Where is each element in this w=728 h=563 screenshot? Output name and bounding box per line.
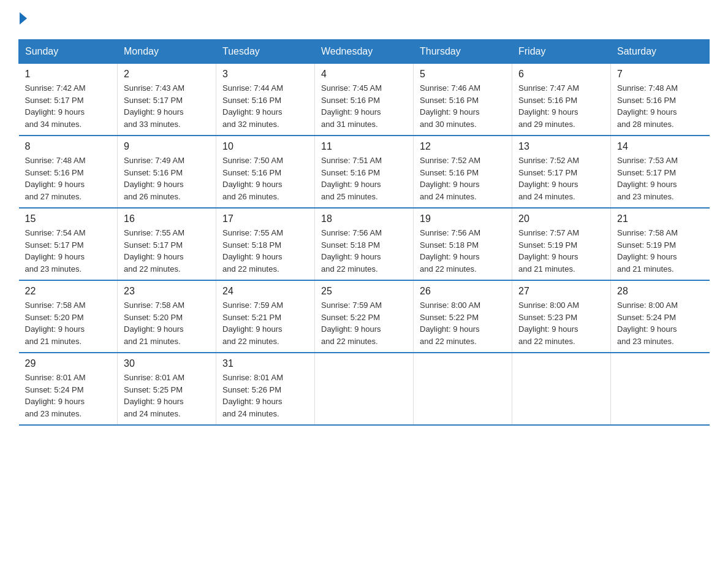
calendar-cell: 24Sunrise: 7:59 AMSunset: 5:21 PMDayligh… — [216, 280, 315, 353]
calendar-cell: 8Sunrise: 7:48 AMSunset: 5:16 PMDaylight… — [19, 136, 118, 208]
logo-blue-container — [18, 12, 27, 27]
calendar-cell: 2Sunrise: 7:43 AMSunset: 5:17 PMDaylight… — [118, 64, 216, 136]
logo — [18, 12, 27, 27]
day-number: 10 — [222, 141, 308, 152]
day-info: Sunrise: 7:57 AMSunset: 5:19 PMDaylight:… — [518, 227, 604, 275]
day-number: 23 — [124, 286, 210, 297]
day-info: Sunrise: 7:47 AMSunset: 5:16 PMDaylight:… — [518, 82, 604, 130]
calendar-cell: 14Sunrise: 7:53 AMSunset: 5:17 PMDayligh… — [611, 136, 710, 208]
header-friday: Friday — [512, 40, 611, 64]
day-number: 5 — [420, 69, 506, 80]
day-info: Sunrise: 7:59 AMSunset: 5:21 PMDaylight:… — [222, 299, 308, 347]
calendar-cell: 28Sunrise: 8:00 AMSunset: 5:24 PMDayligh… — [611, 280, 710, 353]
day-info: Sunrise: 7:48 AMSunset: 5:16 PMDaylight:… — [25, 155, 112, 202]
day-number: 28 — [617, 286, 703, 297]
day-number: 17 — [222, 213, 308, 224]
header-sunday: Sunday — [19, 40, 118, 64]
day-info: Sunrise: 7:58 AMSunset: 5:19 PMDaylight:… — [617, 227, 703, 275]
day-number: 1 — [25, 69, 112, 80]
calendar-cell: 1Sunrise: 7:42 AMSunset: 5:17 PMDaylight… — [19, 64, 118, 136]
week-row-2: 8Sunrise: 7:48 AMSunset: 5:16 PMDaylight… — [19, 136, 710, 208]
calendar-cell: 7Sunrise: 7:48 AMSunset: 5:16 PMDaylight… — [611, 64, 710, 136]
page-header — [18, 12, 710, 27]
day-number: 16 — [124, 213, 210, 224]
calendar-cell: 30Sunrise: 8:01 AMSunset: 5:25 PMDayligh… — [118, 353, 216, 425]
day-number: 22 — [25, 286, 112, 297]
day-info: Sunrise: 7:58 AMSunset: 5:20 PMDaylight:… — [124, 299, 210, 347]
day-info: Sunrise: 8:00 AMSunset: 5:23 PMDaylight:… — [518, 299, 604, 347]
calendar-cell — [315, 353, 414, 425]
header-wednesday: Wednesday — [315, 40, 414, 64]
calendar-cell: 31Sunrise: 8:01 AMSunset: 5:26 PMDayligh… — [216, 353, 315, 425]
day-number: 11 — [321, 141, 407, 152]
calendar-cell: 10Sunrise: 7:50 AMSunset: 5:16 PMDayligh… — [216, 136, 315, 208]
header-thursday: Thursday — [414, 40, 512, 64]
day-info: Sunrise: 8:01 AMSunset: 5:26 PMDaylight:… — [222, 372, 308, 419]
day-number: 15 — [25, 213, 112, 224]
day-info: Sunrise: 7:49 AMSunset: 5:16 PMDaylight:… — [124, 155, 210, 202]
day-info: Sunrise: 7:52 AMSunset: 5:17 PMDaylight:… — [518, 155, 604, 202]
calendar-cell: 13Sunrise: 7:52 AMSunset: 5:17 PMDayligh… — [512, 136, 611, 208]
day-info: Sunrise: 7:46 AMSunset: 5:16 PMDaylight:… — [420, 82, 506, 130]
calendar-cell: 3Sunrise: 7:44 AMSunset: 5:16 PMDaylight… — [216, 64, 315, 136]
day-number: 19 — [420, 213, 506, 224]
day-number: 31 — [222, 358, 308, 369]
day-number: 3 — [222, 69, 308, 80]
day-info: Sunrise: 7:53 AMSunset: 5:17 PMDaylight:… — [617, 155, 703, 202]
day-info: Sunrise: 7:56 AMSunset: 5:18 PMDaylight:… — [321, 227, 407, 275]
calendar-cell: 6Sunrise: 7:47 AMSunset: 5:16 PMDaylight… — [512, 64, 611, 136]
day-number: 14 — [617, 141, 703, 152]
calendar-header-row: SundayMondayTuesdayWednesdayThursdayFrid… — [19, 40, 710, 64]
day-number: 24 — [222, 286, 308, 297]
calendar-cell: 9Sunrise: 7:49 AMSunset: 5:16 PMDaylight… — [118, 136, 216, 208]
day-number: 2 — [124, 69, 210, 80]
day-info: Sunrise: 7:45 AMSunset: 5:16 PMDaylight:… — [321, 82, 407, 130]
calendar-cell: 15Sunrise: 7:54 AMSunset: 5:17 PMDayligh… — [19, 208, 118, 280]
day-number: 6 — [518, 69, 604, 80]
calendar-cell: 22Sunrise: 7:58 AMSunset: 5:20 PMDayligh… — [19, 280, 118, 353]
calendar-cell: 19Sunrise: 7:56 AMSunset: 5:18 PMDayligh… — [414, 208, 512, 280]
calendar-cell: 18Sunrise: 7:56 AMSunset: 5:18 PMDayligh… — [315, 208, 414, 280]
day-info: Sunrise: 8:01 AMSunset: 5:24 PMDaylight:… — [25, 372, 112, 419]
calendar-cell — [512, 353, 611, 425]
calendar-cell: 21Sunrise: 7:58 AMSunset: 5:19 PMDayligh… — [611, 208, 710, 280]
day-number: 7 — [617, 69, 703, 80]
calendar-cell: 16Sunrise: 7:55 AMSunset: 5:17 PMDayligh… — [118, 208, 216, 280]
calendar-cell — [414, 353, 512, 425]
header-saturday: Saturday — [611, 40, 710, 64]
calendar-cell: 4Sunrise: 7:45 AMSunset: 5:16 PMDaylight… — [315, 64, 414, 136]
week-row-1: 1Sunrise: 7:42 AMSunset: 5:17 PMDaylight… — [19, 64, 710, 136]
calendar-cell: 29Sunrise: 8:01 AMSunset: 5:24 PMDayligh… — [19, 353, 118, 425]
day-info: Sunrise: 8:01 AMSunset: 5:25 PMDaylight:… — [124, 372, 210, 419]
day-number: 12 — [420, 141, 506, 152]
day-number: 29 — [25, 358, 112, 369]
day-info: Sunrise: 7:59 AMSunset: 5:22 PMDaylight:… — [321, 299, 407, 347]
day-info: Sunrise: 7:52 AMSunset: 5:16 PMDaylight:… — [420, 155, 506, 202]
day-number: 18 — [321, 213, 407, 224]
calendar-cell: 26Sunrise: 8:00 AMSunset: 5:22 PMDayligh… — [414, 280, 512, 353]
day-info: Sunrise: 7:56 AMSunset: 5:18 PMDaylight:… — [420, 227, 506, 275]
day-info: Sunrise: 7:54 AMSunset: 5:17 PMDaylight:… — [25, 227, 112, 275]
day-info: Sunrise: 7:44 AMSunset: 5:16 PMDaylight:… — [222, 82, 308, 130]
day-number: 26 — [420, 286, 506, 297]
calendar-cell: 25Sunrise: 7:59 AMSunset: 5:22 PMDayligh… — [315, 280, 414, 353]
day-number: 25 — [321, 286, 407, 297]
day-number: 4 — [321, 69, 407, 80]
calendar-cell — [611, 353, 710, 425]
calendar-cell: 23Sunrise: 7:58 AMSunset: 5:20 PMDayligh… — [118, 280, 216, 353]
logo-triangle-icon — [20, 12, 27, 25]
day-info: Sunrise: 8:00 AMSunset: 5:22 PMDaylight:… — [420, 299, 506, 347]
calendar-cell: 5Sunrise: 7:46 AMSunset: 5:16 PMDaylight… — [414, 64, 512, 136]
week-row-3: 15Sunrise: 7:54 AMSunset: 5:17 PMDayligh… — [19, 208, 710, 280]
day-info: Sunrise: 7:42 AMSunset: 5:17 PMDaylight:… — [25, 82, 112, 130]
day-number: 9 — [124, 141, 210, 152]
day-number: 13 — [518, 141, 604, 152]
calendar-table: SundayMondayTuesdayWednesdayThursdayFrid… — [18, 39, 710, 426]
day-info: Sunrise: 7:58 AMSunset: 5:20 PMDaylight:… — [25, 299, 112, 347]
calendar-cell: 12Sunrise: 7:52 AMSunset: 5:16 PMDayligh… — [414, 136, 512, 208]
header-tuesday: Tuesday — [216, 40, 315, 64]
day-info: Sunrise: 7:48 AMSunset: 5:16 PMDaylight:… — [617, 82, 703, 130]
week-row-4: 22Sunrise: 7:58 AMSunset: 5:20 PMDayligh… — [19, 280, 710, 353]
calendar-cell: 11Sunrise: 7:51 AMSunset: 5:16 PMDayligh… — [315, 136, 414, 208]
calendar-cell: 17Sunrise: 7:55 AMSunset: 5:18 PMDayligh… — [216, 208, 315, 280]
